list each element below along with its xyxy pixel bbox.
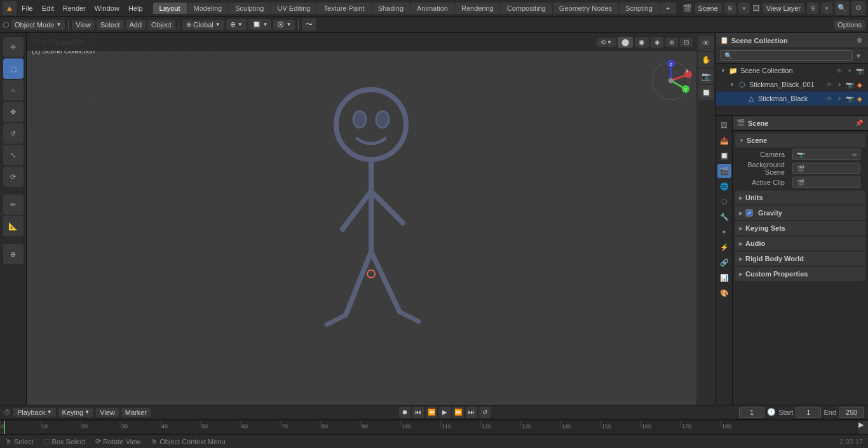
viewport-hand-icon[interactable]: ✋ — [698, 52, 714, 67]
props-tab-world[interactable]: 🌐 — [717, 179, 731, 193]
viewport-view-icon[interactable]: 👁 — [698, 36, 714, 51]
annotate-tool[interactable]: ✏ — [3, 194, 24, 215]
tab-sculpting[interactable]: Sculpting — [229, 3, 270, 14]
proportional-edit[interactable]: ⦿ ▼ — [273, 20, 295, 30]
collection-action-eye[interactable]: 👁 — [835, 66, 844, 75]
skip-end-btn[interactable]: ⏭ — [466, 407, 477, 418]
keying-sets-header[interactable]: ▶ Keying Sets — [735, 221, 865, 235]
stickman-black-action-render[interactable]: 📷 — [845, 94, 854, 103]
tab-texture-paint[interactable]: Texture Paint — [317, 3, 370, 14]
scene-settings[interactable]: × — [738, 3, 750, 14]
pivot-point[interactable]: ⊕ ▼ — [226, 19, 247, 30]
units-section-header[interactable]: ▶ Units — [735, 191, 865, 205]
camera-edit-icon[interactable]: ✏ — [852, 151, 857, 158]
start-frame-input[interactable] — [796, 407, 821, 418]
menu-render[interactable]: Render — [59, 3, 90, 13]
stickman001-action-diamond[interactable]: ◆ — [855, 80, 864, 89]
tab-shading[interactable]: Shading — [372, 3, 410, 14]
filter-icon[interactable]: ⚙ — [851, 1, 865, 15]
properties-pin[interactable]: 📌 — [854, 118, 864, 128]
stickman001-action-eye[interactable]: 👁 — [825, 80, 834, 89]
collection-action-render[interactable]: 📷 — [855, 66, 864, 75]
stickman-black-action-select[interactable]: ✦ — [835, 94, 844, 103]
tab-scripting[interactable]: Scripting — [619, 3, 659, 14]
tab-rendering[interactable]: Rendering — [455, 3, 500, 14]
outliner-item-stickman001[interactable]: ▼ ⬡ Stickman_Black_001 👁 ✦ 📷 ◆ — [716, 78, 868, 92]
menu-window[interactable]: Window — [91, 3, 123, 13]
current-frame-input[interactable] — [739, 407, 764, 418]
view-layer-settings[interactable]: × — [821, 3, 832, 14]
props-tab-constraints[interactable]: 🔗 — [717, 255, 731, 269]
view-btn[interactable]: View — [96, 408, 119, 417]
stickman-black-action-diamond[interactable]: ◆ — [855, 94, 864, 103]
audio-section-header[interactable]: ▶ Audio — [735, 236, 865, 250]
timeline-scrollbar-right[interactable]: ▶ — [858, 421, 868, 435]
gravity-checkbox[interactable]: ✓ — [745, 209, 753, 217]
add-cube-tool[interactable]: ⊕ — [3, 244, 24, 264]
move-tool[interactable]: ✥ — [3, 102, 24, 122]
collection-action-select[interactable]: ✦ — [845, 66, 854, 75]
tab-modeling[interactable]: Modeling — [187, 3, 229, 14]
props-tab-modifier[interactable]: 🔧 — [717, 210, 731, 224]
transform-tool[interactable]: ⟳ — [3, 166, 24, 187]
viewport-lock-icon[interactable]: 🔲 — [698, 85, 714, 100]
end-frame-input[interactable] — [839, 407, 864, 418]
rigid-body-header[interactable]: ▶ Rigid Body World — [735, 252, 865, 266]
record-btn[interactable]: ⏺ — [399, 407, 410, 418]
gizmo[interactable]: X Y Z — [649, 58, 693, 103]
tab-layout[interactable]: Layout — [153, 3, 187, 14]
outliner-item-stickman-black[interactable]: ▶ △ Stickman_Black 👁 ✦ 📷 ◆ — [716, 92, 868, 105]
stickman001-action-select[interactable]: ✦ — [835, 80, 844, 89]
rotate-tool[interactable]: ↺ — [3, 123, 24, 144]
props-tab-object[interactable]: ⬡ — [717, 194, 731, 208]
tab-animation[interactable]: Animation — [410, 3, 454, 14]
play-btn[interactable]: ▶ — [439, 407, 451, 418]
transform-space[interactable]: ⊕ Global ▼ — [182, 20, 224, 30]
view-gizmo-btn[interactable]: ⟲ ▼ — [597, 37, 616, 47]
keying-btn[interactable]: Keying ▼ — [58, 408, 94, 417]
measure-tool[interactable]: 📐 — [3, 216, 24, 236]
viewport[interactable]: User Perspective (1) Scene Collection ⟲ … — [27, 33, 715, 434]
select-box-tool[interactable]: ⬚ — [3, 58, 24, 79]
cursor-tool[interactable]: ✛ — [3, 37, 24, 57]
viewport-xray[interactable]: ⊡ — [680, 37, 693, 47]
view-layer-selector[interactable]: View Layer — [763, 3, 804, 13]
camera-value[interactable]: 📷 ✏ — [792, 149, 860, 160]
active-clip-value[interactable]: 🎬 — [792, 177, 860, 188]
graph-icon[interactable]: 〜 — [302, 18, 316, 31]
view-menu-btn[interactable]: View — [72, 20, 95, 30]
viewport-overlay[interactable]: ⊕ — [665, 37, 678, 47]
tab-geometry-nodes[interactable]: Geometry Nodes — [553, 3, 618, 14]
blender-logo[interactable]: ▲ — [3, 1, 17, 15]
viewport-shading-material[interactable]: ◉ — [635, 37, 649, 48]
outliner-search-input[interactable] — [720, 50, 853, 61]
loop-btn[interactable]: ↺ — [479, 407, 491, 418]
stickman001-action-render[interactable]: 📷 — [845, 80, 854, 89]
menu-file[interactable]: File — [18, 3, 37, 13]
props-tab-object-data[interactable]: 📊 — [717, 271, 731, 285]
outliner-filter[interactable]: ⚙ — [854, 36, 864, 46]
menu-edit[interactable]: Edit — [38, 3, 58, 13]
tab-uv-editing[interactable]: UV Editing — [271, 3, 316, 14]
props-tab-physics[interactable]: ⚡ — [717, 240, 731, 254]
viewport-shading-solid[interactable]: ⬤ — [618, 37, 633, 48]
props-tab-scene[interactable]: 🎬 — [717, 164, 731, 178]
playback-btn[interactable]: Playback ▼ — [13, 408, 56, 417]
props-tab-material[interactable]: 🎨 — [717, 286, 731, 300]
scene-options[interactable]: ⎘ — [724, 3, 736, 14]
skip-start-btn[interactable]: ⏮ — [412, 407, 424, 418]
object-menu-btn[interactable]: Object — [147, 20, 175, 30]
scene-selector[interactable]: Scene — [695, 3, 722, 13]
viewport-shading-rendered[interactable]: ◈ — [651, 37, 663, 48]
add-tab-button[interactable]: + — [660, 3, 676, 14]
props-tab-output[interactable]: 📤 — [717, 133, 731, 147]
background-scene-value[interactable]: 🎬 — [792, 163, 860, 174]
props-tab-view-layer[interactable]: 🔲 — [717, 149, 731, 163]
scene-section-header[interactable]: ▼ Scene — [735, 133, 865, 147]
timeline-scrubber[interactable]: 0 10 20 30 40 50 60 70 80 90 100 110 120 — [0, 419, 868, 435]
snap-toggle[interactable]: 🔲 ▼ — [248, 19, 272, 30]
select-circle-tool[interactable]: ○ — [3, 80, 24, 100]
props-tab-render[interactable]: 🖼 — [717, 118, 731, 132]
object-mode-btn[interactable]: Object Mode ▼ — [11, 20, 65, 30]
outliner-filter-icon[interactable]: ▼ — [853, 50, 864, 62]
